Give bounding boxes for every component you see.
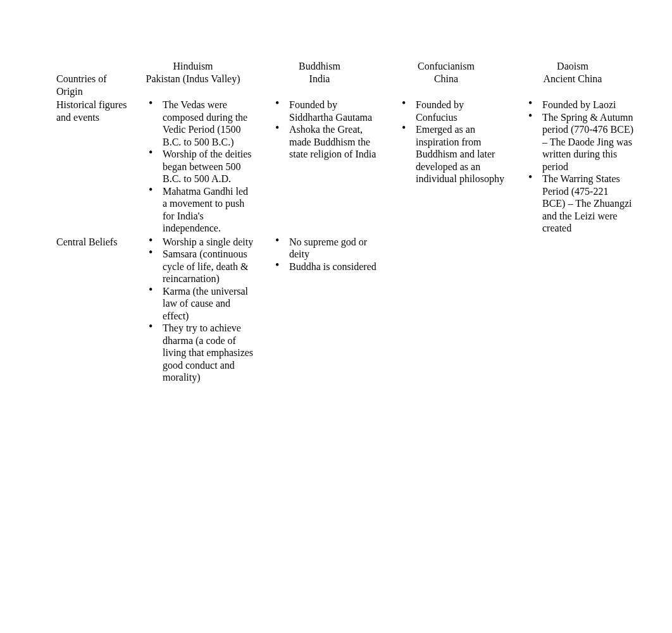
list-item: The Spring & Autumn period (770-476 BCE)…	[528, 111, 633, 173]
comparison-table: Hinduism Buddhism Confucianism Daoism Co…	[54, 60, 636, 384]
list-item: They try to achieve dharma (a code of li…	[149, 322, 254, 384]
row-label-historical: Historical figures and events	[54, 98, 130, 235]
origin-buddhism: India	[256, 72, 383, 98]
historical-buddhism: Founded by Siddhartha Gautama Ashoka the…	[256, 98, 383, 235]
beliefs-daoism	[509, 235, 636, 384]
historical-hinduism: The Vedas were composed during the Vedic…	[130, 98, 256, 235]
origin-daoism: Ancient China	[509, 72, 636, 98]
list-item: Samsara (continuous cycle of life, death…	[149, 248, 254, 285]
beliefs-hinduism: Worship a single deity Samsara (continuo…	[130, 235, 256, 384]
list-item: Karma (the universal law of cause and ef…	[149, 285, 254, 323]
list-item: Worship a single deity	[149, 236, 254, 249]
list-item: Emerged as an inspiration from Buddhism …	[402, 123, 507, 185]
row-label-beliefs: Central Beliefs	[54, 235, 130, 384]
list-item: No supreme god or deity	[275, 236, 380, 261]
table-header-row: Hinduism Buddhism Confucianism Daoism	[54, 60, 636, 72]
table-row-origin: Countries of Origin Pakistan (Indus Vall…	[54, 72, 636, 98]
list-item: Founded by Laozi	[528, 99, 633, 111]
column-header-daoism: Daoism	[509, 60, 636, 72]
list-item: Worship of the deities began between 500…	[149, 148, 254, 185]
list-item: Ashoka the Great, made Buddhism the stat…	[275, 123, 380, 161]
list-item: The Vedas were composed during the Vedic…	[149, 99, 254, 148]
column-header-hinduism: Hinduism	[130, 60, 256, 72]
list-item: Founded by Siddhartha Gautama	[275, 99, 380, 123]
table-row-beliefs: Central Beliefs Worship a single deity S…	[54, 235, 636, 384]
origin-confucianism: China	[383, 72, 509, 98]
beliefs-buddhism: No supreme god or deity Buddha is consid…	[256, 235, 383, 384]
origin-hinduism: Pakistan (Indus Valley)	[130, 72, 256, 98]
column-header-buddhism: Buddhism	[256, 60, 383, 72]
beliefs-confucianism	[383, 235, 509, 384]
historical-confucianism: Founded by Confucius Emerged as an inspi…	[383, 98, 509, 235]
row-label-origin: Countries of Origin	[54, 72, 130, 98]
list-item: Buddha is considered	[275, 261, 380, 273]
historical-daoism: Founded by Laozi The Spring & Autumn per…	[509, 98, 636, 235]
list-item: The Warring States Period (475-221 BCE) …	[528, 173, 633, 235]
column-header-confucianism: Confucianism	[383, 60, 509, 72]
list-item: Mahatma Gandhi led a movement to push fo…	[149, 185, 254, 235]
list-item: Founded by Confucius	[402, 99, 507, 123]
table-row-historical: Historical figures and events The Vedas …	[54, 98, 636, 235]
